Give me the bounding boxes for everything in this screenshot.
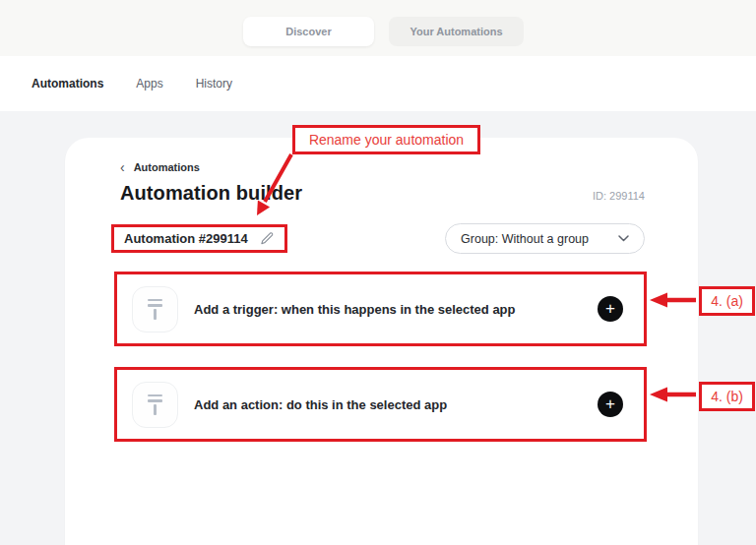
add-trigger-label: Add a trigger: when this happens in the …: [194, 302, 516, 317]
tab-apps[interactable]: Apps: [136, 77, 162, 91]
breadcrumb-label: Automations: [134, 161, 200, 173]
builder-card: ‹ Automations Automation builder ID: 299…: [65, 138, 698, 545]
edit-pencil-icon[interactable]: [260, 231, 275, 246]
automation-id-label: ID: 299114: [593, 190, 645, 202]
step-a-annotation-label: 4. (a): [699, 286, 755, 316]
title-row: Automation builder ID: 299114: [120, 182, 645, 205]
step-b-annotation-text: 4. (b): [711, 389, 743, 404]
add-trigger-plus-button[interactable]: +: [598, 296, 623, 322]
automation-name-field[interactable]: Automation #299114: [124, 231, 248, 246]
group-dropdown-label: Group: Without a group: [461, 232, 589, 246]
top-bar: Discover Your Automations: [0, 0, 756, 56]
add-action-plus-button[interactable]: +: [598, 392, 623, 417]
trigger-icon: [132, 286, 178, 333]
trigger-highlight-box: Add a trigger: when this happens in the …: [114, 272, 647, 346]
your-automations-button[interactable]: Your Automations: [389, 17, 524, 46]
rename-annotation-text: Rename your automation: [309, 132, 464, 148]
chevron-down-icon: [618, 235, 629, 242]
back-chevron-icon: ‹: [120, 162, 125, 172]
plus-icon: +: [605, 300, 615, 317]
discover-button-label: Discover: [285, 26, 331, 37]
name-row: Automation #299114 Group: Without a grou…: [120, 223, 645, 254]
action-icon: [132, 382, 178, 428]
add-trigger-card[interactable]: Add a trigger: when this happens in the …: [119, 276, 642, 341]
your-automations-button-label: Your Automations: [410, 26, 502, 37]
tab-history[interactable]: History: [196, 77, 232, 91]
step-a-annotation-text: 4. (a): [711, 293, 743, 309]
discover-button[interactable]: Discover: [243, 17, 374, 46]
action-highlight-box: Add an action: do this in the selected a…: [114, 367, 647, 442]
breadcrumb-automations[interactable]: ‹ Automations: [120, 161, 645, 173]
tab-automations[interactable]: Automations: [32, 77, 103, 91]
rename-highlight-box: Automation #299114: [111, 224, 287, 253]
main-area: ‹ Automations Automation builder ID: 299…: [0, 111, 756, 545]
plus-icon: +: [605, 395, 615, 412]
add-action-card[interactable]: Add an action: do this in the selected a…: [119, 372, 642, 437]
nav-bar: Automations Apps History: [0, 56, 756, 111]
group-dropdown[interactable]: Group: Without a group: [445, 223, 645, 254]
rename-annotation-label: Rename your automation: [292, 125, 480, 154]
add-action-label: Add an action: do this in the selected a…: [194, 397, 447, 412]
page-title: Automation builder: [120, 182, 302, 205]
step-b-annotation-label: 4. (b): [699, 382, 755, 411]
